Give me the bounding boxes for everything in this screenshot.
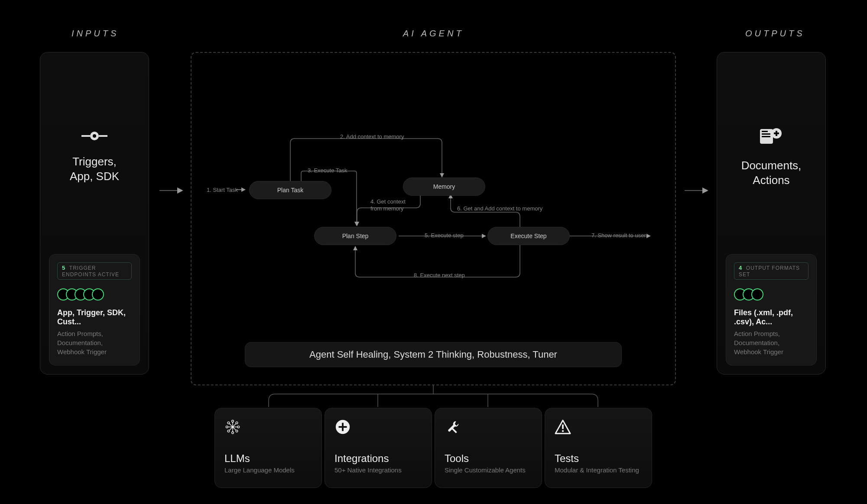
agent-properties-bar: Agent Self Healing, System 2 Thinking, R… <box>245 342 622 367</box>
capability-title: LLMs <box>224 452 312 465</box>
edge-label-3: 3. Execute Task <box>308 167 347 174</box>
inputs-status-title: App, Trigger, SDK, Cust... <box>57 308 132 326</box>
capability-card-tools: Tools Single Customizable Agents <box>435 408 542 488</box>
edge-label-7: 7. Show result to user <box>591 232 646 239</box>
svg-point-3 <box>93 134 96 138</box>
inputs-dots <box>57 288 132 300</box>
svg-rect-38 <box>452 428 457 433</box>
inputs-status-sub: Action Prompts, Documentation, Webhook T… <box>57 329 132 356</box>
svg-line-34 <box>234 428 236 430</box>
capability-title: Tools <box>445 452 532 465</box>
svg-point-25 <box>227 430 230 432</box>
plus-icon <box>334 419 422 437</box>
outputs-title: Documents, Actions <box>741 158 802 188</box>
outputs-badge: 4 OUTPUT FORMATS SET <box>734 262 809 280</box>
capability-card-llms: LLMs Large Language Models <box>214 408 322 488</box>
status-dot <box>92 288 104 300</box>
svg-rect-7 <box>762 136 770 137</box>
svg-rect-6 <box>762 133 770 135</box>
section-label-inputs: INPUTS <box>71 29 119 39</box>
inputs-panel: Triggers, App, SDK 5 TRIGGER ENDPOINTS A… <box>40 52 149 375</box>
capability-title: Integrations <box>334 452 422 465</box>
capability-subtitle: 50+ Native Integrations <box>334 466 422 474</box>
node-memory: Memory <box>403 178 485 196</box>
tools-icon <box>445 419 532 437</box>
capability-subtitle: Single Customizable Agents <box>445 466 532 474</box>
capability-subtitle: Large Language Models <box>224 466 312 474</box>
node-execute-step: Execute Step <box>487 227 570 245</box>
svg-line-32 <box>234 423 236 426</box>
svg-rect-40 <box>562 430 564 432</box>
document-icon <box>759 127 783 146</box>
capability-title: Tests <box>555 452 642 465</box>
edge-label-6: 6. Get and Add context to memory <box>457 205 542 212</box>
agent-container <box>191 52 676 385</box>
svg-point-22 <box>237 426 240 428</box>
inputs-title: Triggers, App, SDK <box>70 155 119 184</box>
svg-point-21 <box>226 426 228 428</box>
svg-point-19 <box>232 420 234 422</box>
section-label-outputs: OUTPUTS <box>745 29 805 39</box>
svg-rect-5 <box>762 131 768 132</box>
edge-label-8: 8. Execute next step <box>414 272 465 278</box>
outputs-dots <box>734 288 809 300</box>
svg-point-23 <box>227 422 230 424</box>
capability-card-tests: Tests Modular & Integration Testing <box>545 408 652 488</box>
warning-icon <box>555 419 642 437</box>
svg-line-31 <box>229 423 232 426</box>
svg-line-33 <box>229 428 232 430</box>
svg-point-26 <box>236 430 238 432</box>
inputs-badge: 5 TRIGGER ENDPOINTS ACTIVE <box>57 262 132 280</box>
trigger-icon <box>81 131 107 142</box>
capability-subtitle: Modular & Integration Testing <box>555 466 642 474</box>
edge-label-2: 2. Add context to memory <box>340 133 404 140</box>
flow-label-start: 1. Start Task <box>207 187 238 193</box>
inputs-status-card: 5 TRIGGER ENDPOINTS ACTIVE App, Trigger,… <box>49 254 140 365</box>
edge-label-5: 5. Execute step <box>425 232 464 239</box>
outputs-status-sub: Action Prompts, Documentation, Webhook T… <box>734 329 809 356</box>
outputs-status-title: Files (.xml, .pdf, .csv), Ac... <box>734 308 809 326</box>
section-label-agent: AI AGENT <box>403 29 464 39</box>
outputs-panel: Documents, Actions 4 OUTPUT FORMATS SET … <box>717 52 826 375</box>
svg-rect-37 <box>339 426 347 428</box>
edge-label-4: 4. Get context from memory <box>370 198 406 212</box>
node-plan-task: Plan Task <box>249 181 331 199</box>
svg-point-24 <box>236 422 238 424</box>
network-icon <box>224 419 312 437</box>
svg-rect-39 <box>562 424 564 429</box>
node-plan-step: Plan Step <box>314 227 396 245</box>
status-dot <box>751 288 763 300</box>
svg-rect-10 <box>774 132 779 134</box>
capability-card-integrations: Integrations 50+ Native Integrations <box>325 408 432 488</box>
outputs-status-card: 4 OUTPUT FORMATS SET Files (.xml, .pdf, … <box>726 254 817 365</box>
svg-point-20 <box>232 432 234 434</box>
